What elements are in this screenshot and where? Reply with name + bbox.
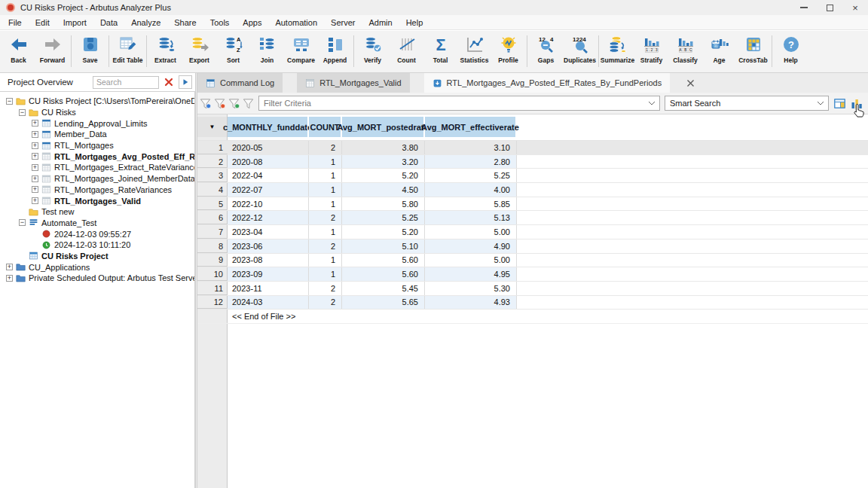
tree-item-cu-risks[interactable]: −CU Risks — [0, 107, 194, 118]
expander-minus-icon[interactable]: − — [19, 109, 26, 116]
funnel-green-icon[interactable] — [228, 97, 240, 110]
compare-button[interactable]: Compare — [284, 35, 318, 64]
menu-automation[interactable]: Automation — [268, 18, 324, 27]
tree-item-cu-risks-project-c-users-tompereira-oned[interactable]: −CU Risks Project [C:\Users\TomPereira\O… — [0, 96, 194, 107]
maximize-button[interactable] — [817, 0, 842, 15]
expander-plus-icon[interactable]: + — [6, 264, 13, 270]
table-row[interactable]: 22020-0813.202.80 — [197, 155, 868, 169]
table-row[interactable]: 52022-1015.805.85 — [197, 197, 868, 212]
gaps-button[interactable]: 124Gaps — [529, 35, 563, 64]
column-header-avg-mort-effectiverate[interactable]: Avg_MORT_effectiverate — [425, 117, 517, 137]
table-row[interactable]: 102023-0915.604.95 — [197, 267, 868, 282]
tab-rtl-mortgages-avg-posted-eff-rates-by-fu[interactable]: RTL_Mortgages_Avg_Posted_Eff_Rates_By_Fu… — [424, 73, 671, 93]
table-row[interactable]: 62022-1225.255.13 — [197, 211, 868, 225]
menu-import[interactable]: Import — [57, 18, 93, 27]
tree-item-2024-12-03-10-11-20[interactable]: 2024-12-03 10:11:20 — [0, 239, 194, 251]
cell-effectiverate: 5.25 — [425, 169, 517, 182]
count-button[interactable]: Count — [390, 35, 423, 64]
grid-view-icon[interactable] — [833, 97, 846, 110]
expander-plus-icon[interactable]: + — [32, 120, 38, 127]
menu-data[interactable]: Data — [93, 18, 124, 27]
table-row[interactable]: 72023-0415.205.00 — [197, 225, 868, 239]
menu-tools[interactable]: Tools — [203, 18, 237, 27]
expander-minus-icon[interactable]: − — [19, 219, 26, 226]
tree-item-lending-approval-limits[interactable]: +Lending_Approval_Limits — [0, 117, 194, 129]
extract-button[interactable]: Extract — [148, 35, 182, 64]
search-clear-icon[interactable] — [164, 77, 174, 87]
tree-item-cu-risks-project[interactable]: CU Risks Project — [0, 251, 194, 262]
table-row[interactable]: 112023-1125.455.30 — [197, 282, 868, 296]
forward-button[interactable]: Forward — [35, 35, 69, 64]
expander-plus-icon[interactable]: + — [32, 153, 38, 160]
crosstab-button[interactable]: CrossTab — [736, 35, 770, 64]
menu-server[interactable]: Server — [324, 18, 362, 27]
tree-item-cu-applications[interactable]: +CU_Applications — [0, 261, 194, 273]
expander-plus-icon[interactable]: + — [32, 164, 38, 171]
expander-plus-icon[interactable]: + — [6, 275, 13, 282]
tree-item-rtl-mortgages-valid[interactable]: +RTL_Mortgages_Valid — [0, 195, 194, 206]
funnel-blue-icon[interactable] — [199, 97, 212, 110]
table-row[interactable]: 82023-0625.104.90 — [197, 239, 868, 254]
tab-rtl-mortgages-valid[interactable]: RTL_Mortgages_Valid — [297, 73, 409, 93]
tab-command-log[interactable]: Command Log — [197, 73, 283, 93]
toolbar-button-label: Verify — [364, 56, 381, 64]
statistics-button[interactable]: Statistics — [457, 35, 491, 64]
table-row[interactable]: 12020-0523.803.10 — [197, 141, 868, 155]
filter-criteria-combo[interactable]: Filter Criteria — [258, 96, 660, 111]
tree-item-rtl-mortgages-joined-memberdata[interactable]: +RTL_Mortgages_Joined_MemberData — [0, 173, 194, 185]
tree-item-automate-test[interactable]: −Automate_Test — [0, 218, 194, 229]
table-row[interactable]: 92023-0815.605.00 — [197, 254, 868, 268]
menu-file[interactable]: File — [2, 18, 29, 27]
tree-item-test-new[interactable]: Test new — [0, 206, 194, 218]
expander-plus-icon[interactable]: + — [32, 175, 38, 182]
profile-button[interactable]: Profile — [491, 35, 525, 64]
table-row[interactable]: 32022-0415.205.25 — [197, 169, 868, 183]
total-button[interactable]: ΣTotal — [423, 35, 457, 64]
expander-minus-icon[interactable]: − — [6, 98, 13, 105]
export-button[interactable]: Export — [182, 35, 216, 64]
summarize-button[interactable]: Summarize — [601, 35, 634, 64]
classify-button[interactable]: A . B . CClassify — [668, 35, 702, 64]
expander-plus-icon[interactable]: + — [32, 131, 38, 138]
duplicates-button[interactable]: 1224Duplicates — [563, 35, 597, 64]
expander-plus-icon[interactable]: + — [32, 142, 38, 149]
stratify-button[interactable]: 1 . 2 . 3Stratify — [634, 35, 668, 64]
tree-item-private-scheduled-output-arbutus-test-se[interactable]: +Private Scheduled Output: Arbutus Test … — [0, 273, 194, 284]
minimize-button[interactable] — [791, 0, 817, 15]
search-go-button[interactable] — [179, 75, 192, 89]
tree-item-rtl-mortgages-ratevariances[interactable]: +RTL_Mortgages_RateVariances — [0, 185, 194, 196]
close-button[interactable]: × — [842, 0, 868, 15]
table-row[interactable]: 42022-0714.504.00 — [197, 183, 868, 197]
tree-item-rtl-mortgages[interactable]: +RTL_Mortgages — [0, 140, 194, 151]
tree-item-rtl-mortgages-extract-ratevariances[interactable]: +RTL_Mortgages_Extract_RateVariances — [0, 162, 194, 173]
menu-analyze[interactable]: Analyze — [124, 18, 167, 27]
menu-edit[interactable]: Edit — [29, 18, 57, 27]
expander-plus-icon[interactable]: + — [32, 186, 38, 193]
search-input[interactable] — [93, 76, 159, 89]
sort-button[interactable]: AZSort — [216, 35, 250, 64]
tree-item-rtl-mortgages-avg-posted-eff-rates-by[interactable]: +RTL_Mortgages_Avg_Posted_Eff_Rates_By_ — [0, 151, 194, 162]
age-button[interactable]: 31Age — [702, 35, 736, 64]
funnel-plain-icon[interactable] — [242, 97, 255, 110]
menu-help[interactable]: Help — [399, 18, 430, 27]
row-number: 7 — [197, 225, 228, 239]
funnel-orange-icon[interactable] — [213, 97, 226, 110]
edit-table-button[interactable]: Edit Table — [111, 35, 145, 64]
back-button[interactable]: Back — [2, 35, 35, 64]
menu-apps[interactable]: Apps — [236, 18, 268, 27]
table-row[interactable]: 122024-0325.654.93 — [197, 296, 868, 310]
save-button[interactable]: Save — [73, 35, 107, 64]
join-button[interactable]: Join — [250, 35, 284, 64]
column-header-avg-mort-postedrate[interactable]: Avg_MORT_postedrate — [342, 117, 425, 137]
menu-admin[interactable]: Admin — [362, 18, 399, 27]
verify-button[interactable]: Verify — [356, 35, 390, 64]
menu-share[interactable]: Share — [167, 18, 203, 27]
tree-item-2024-12-03-09-55-27[interactable]: 2024-12-03 09:55:27 — [0, 228, 194, 239]
tab-close-button[interactable] — [686, 79, 695, 87]
help-button[interactable]: ?Help — [774, 35, 808, 64]
column-header-c-monthly-funddate[interactable]: c_MONTHLY_funddate — [228, 117, 309, 137]
append-button[interactable]: Append — [318, 35, 352, 64]
expander-plus-icon[interactable]: + — [32, 197, 38, 204]
smart-search-combo[interactable]: Smart Search — [665, 96, 829, 111]
tree-item-member-data[interactable]: +Member_Data — [0, 129, 194, 140]
